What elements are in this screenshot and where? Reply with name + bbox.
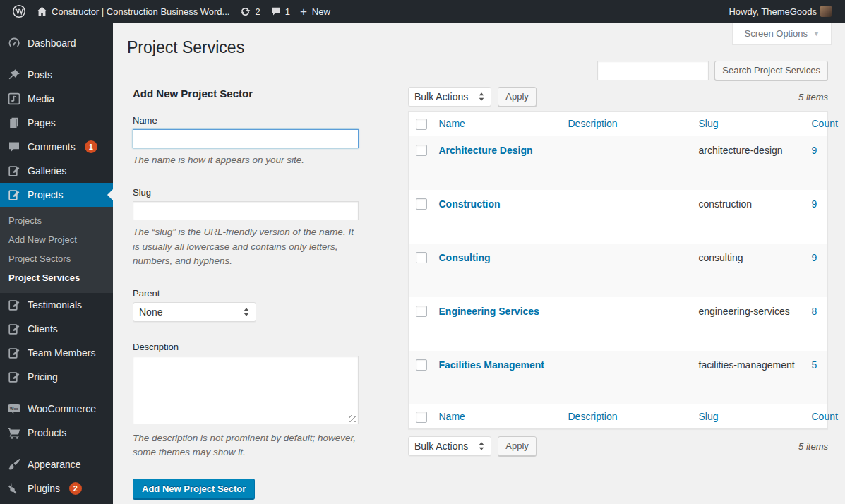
- term-slug: construction: [692, 190, 805, 244]
- column-header-count[interactable]: Count: [805, 112, 828, 136]
- search-button[interactable]: Search Project Services: [714, 61, 828, 80]
- sidebar-item-dashboard[interactable]: Dashboard: [0, 31, 113, 55]
- edit-page-icon: [7, 164, 21, 178]
- term-count-link[interactable]: 9: [812, 198, 817, 210]
- term-name-link[interactable]: Engineering Services: [439, 306, 539, 317]
- edit-page-icon: [7, 298, 21, 312]
- tablenav-top: Bulk Actions Apply 5 items: [408, 87, 828, 107]
- sidebar-item-projects[interactable]: Projects: [0, 183, 113, 207]
- term-name-link[interactable]: Facilities Management: [439, 359, 544, 371]
- sidebar-item-label: Testimonials: [28, 299, 82, 311]
- submenu-item-project-sectors[interactable]: Project Sectors: [0, 249, 113, 268]
- term-name-link[interactable]: Architecture Design: [439, 145, 533, 156]
- row-checkbox[interactable]: [416, 359, 427, 371]
- add-new-project-sector-button[interactable]: Add New Project Sector: [133, 479, 255, 500]
- row-checkbox[interactable]: [416, 306, 427, 317]
- bulk-actions-value: Bulk Actions: [414, 91, 468, 102]
- column-footer-count[interactable]: Count: [805, 404, 828, 429]
- paintbrush-icon: [7, 457, 21, 472]
- description-label: Description: [133, 342, 383, 352]
- sidebar-item-label: Appearance: [28, 459, 81, 470]
- sidebar-item-label: Pricing: [28, 371, 58, 383]
- row-checkbox[interactable]: [416, 145, 427, 156]
- name-input[interactable]: [133, 129, 359, 148]
- sidebar-item-testimonials[interactable]: Testimonials: [0, 293, 113, 317]
- new-content-menu[interactable]: + New: [295, 0, 335, 23]
- apply-button[interactable]: Apply: [498, 436, 537, 456]
- comment-bubble-icon: [270, 6, 282, 17]
- sidebar-item-media[interactable]: Media: [0, 87, 113, 111]
- edit-page-icon: [7, 346, 21, 360]
- submenu-item-add-new-project[interactable]: Add New Project: [0, 230, 113, 249]
- sidebar-item-plugins[interactable]: Plugins 2: [0, 476, 113, 500]
- comments-menu[interactable]: 1: [265, 0, 295, 23]
- table-footer-row: Name Description Slug Count: [409, 404, 828, 429]
- submenu-item-projects[interactable]: Projects: [0, 211, 113, 230]
- row-checkbox[interactable]: [416, 198, 427, 210]
- term-slug: consulting: [692, 244, 805, 297]
- table-row: Architecture Design architecture-design …: [409, 136, 828, 190]
- table-row: Facilities Management facilities-managem…: [409, 351, 828, 404]
- sidebar-item-appearance[interactable]: Appearance: [0, 452, 113, 476]
- edit-page-icon: [7, 188, 21, 202]
- sidebar-item-woocommerce[interactable]: Woo WooCommerce: [0, 397, 113, 421]
- row-checkbox[interactable]: [416, 252, 427, 263]
- items-count: 5 items: [798, 441, 828, 452]
- column-header-name[interactable]: Name: [432, 112, 561, 136]
- sidebar-item-products[interactable]: Products: [0, 421, 113, 445]
- sidebar-item-galleries[interactable]: Galleries: [0, 159, 113, 183]
- slug-input[interactable]: [133, 201, 359, 220]
- term-description: [561, 297, 692, 351]
- term-name-link[interactable]: Construction: [439, 198, 501, 210]
- term-slug: architecture-design: [692, 136, 805, 190]
- table-row: Consulting consulting 9: [409, 244, 828, 297]
- comments-count: 1: [285, 6, 290, 17]
- column-footer-name[interactable]: Name: [432, 404, 561, 429]
- tablenav-bottom: Bulk Actions Apply 5 items: [408, 436, 828, 456]
- term-count-link[interactable]: 8: [812, 306, 817, 317]
- screen-options-tab[interactable]: Screen Options ▼: [732, 23, 832, 45]
- chevron-down-icon: ▼: [813, 30, 820, 37]
- terms-table: Name Description Slug Count Architecture…: [408, 111, 828, 429]
- description-textarea[interactable]: [133, 356, 359, 424]
- term-count-link[interactable]: 9: [812, 252, 817, 263]
- comments-badge: 1: [85, 140, 97, 153]
- updates-menu[interactable]: 2: [234, 0, 265, 23]
- admin-bar: Constructor | Construction Business Word…: [0, 0, 845, 23]
- sidebar-item-clients[interactable]: Clients: [0, 317, 113, 341]
- parent-label: Parent: [133, 288, 383, 299]
- table-header-row: Name Description Slug Count: [409, 112, 828, 136]
- term-description: [561, 351, 692, 404]
- cart-icon: [7, 426, 21, 440]
- column-footer-slug[interactable]: Slug: [692, 404, 805, 429]
- search-input[interactable]: [597, 61, 709, 80]
- term-name-link[interactable]: Consulting: [439, 252, 491, 263]
- sidebar-item-comments[interactable]: Comments 1: [0, 135, 113, 159]
- bulk-actions-select[interactable]: Bulk Actions: [408, 436, 491, 456]
- new-label: New: [312, 6, 330, 17]
- sidebar-item-label: Comments: [28, 141, 76, 152]
- column-footer-description[interactable]: Description: [561, 404, 692, 429]
- sidebar-item-posts[interactable]: Posts: [0, 63, 113, 87]
- my-account-menu[interactable]: Howdy, ThemeGoods: [724, 0, 837, 23]
- select-all-checkbox[interactable]: [416, 412, 427, 423]
- column-header-description[interactable]: Description: [561, 112, 692, 136]
- svg-text:Woo: Woo: [10, 407, 19, 411]
- edit-page-icon: [7, 322, 21, 336]
- sidebar-separator: [0, 55, 113, 63]
- bulk-actions-select[interactable]: Bulk Actions: [408, 87, 491, 107]
- parent-select[interactable]: None: [133, 302, 256, 322]
- sidebar-item-pricing[interactable]: Pricing: [0, 365, 113, 389]
- sidebar-item-team-members[interactable]: Team Members: [0, 341, 113, 365]
- column-header-slug[interactable]: Slug: [692, 112, 805, 136]
- visit-site-menu[interactable]: Constructor | Construction Business Word…: [31, 0, 234, 23]
- sidebar-separator: [0, 389, 113, 397]
- term-count-link[interactable]: 5: [812, 359, 817, 371]
- sidebar-item-label: Team Members: [28, 347, 95, 359]
- submenu-item-project-services[interactable]: Project Services: [0, 268, 113, 287]
- term-count-link[interactable]: 9: [812, 145, 817, 156]
- sidebar-item-pages[interactable]: Pages: [0, 111, 113, 135]
- select-all-checkbox[interactable]: [416, 119, 427, 130]
- apply-button[interactable]: Apply: [498, 87, 537, 107]
- wordpress-logo-menu[interactable]: [7, 0, 31, 23]
